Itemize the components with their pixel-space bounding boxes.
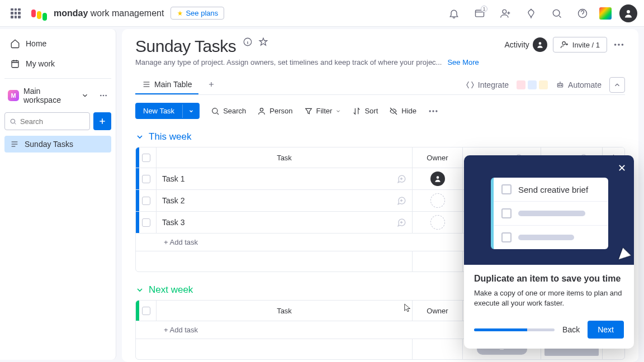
activity-button[interactable]: Activity: [505, 37, 547, 52]
topbar: monday work management See plans 1: [0, 0, 644, 27]
task-name[interactable]: Task 2: [162, 196, 184, 205]
sidebar-home[interactable]: Home: [4, 35, 111, 53]
chevron-down-icon: [81, 92, 89, 99]
toolbar-sort[interactable]: Sort: [352, 107, 378, 116]
sidebar-item-sunday-tasks[interactable]: Sunday Tasks: [4, 136, 111, 153]
board-icon: [10, 140, 19, 149]
task-name[interactable]: Task 1: [162, 174, 184, 183]
row-checkbox[interactable]: [142, 218, 150, 227]
monday-logo-icon: [31, 9, 47, 17]
board-more-icon[interactable]: [613, 39, 625, 51]
app-switcher-icon[interactable]: [7, 4, 25, 22]
apps-icon[interactable]: [522, 4, 540, 22]
svg-point-14: [618, 44, 620, 46]
toolbar-hide[interactable]: Hide: [389, 107, 416, 116]
collapse-header-button[interactable]: [609, 77, 625, 93]
owner-cell[interactable]: [412, 190, 462, 211]
board-description: Manage any type of project. Assign owner…: [135, 58, 442, 66]
invite-members-icon[interactable]: [496, 4, 514, 22]
inbox-badge: 1: [481, 6, 487, 12]
search-icon: [10, 117, 17, 126]
svg-point-2: [553, 9, 560, 16]
toolbar-more-icon[interactable]: [428, 106, 439, 117]
tab-add[interactable]: [201, 76, 222, 94]
sidebar: Home My work M Main workspace Sunday Tas…: [0, 29, 116, 360]
user-avatar[interactable]: [619, 4, 637, 22]
info-icon[interactable]: [243, 37, 253, 47]
toolbar-filter[interactable]: Filter: [304, 107, 342, 116]
notifications-icon[interactable]: [445, 4, 463, 22]
owner-cell[interactable]: [412, 212, 462, 233]
chat-icon[interactable]: [396, 174, 406, 184]
col-owner[interactable]: Owner: [412, 147, 462, 168]
svg-point-9: [11, 119, 15, 123]
svg-point-23: [435, 110, 437, 112]
svg-point-13: [614, 44, 617, 46]
new-task-dropdown[interactable]: [182, 104, 200, 118]
row-checkbox[interactable]: [142, 175, 150, 183]
svg-point-20: [261, 108, 263, 111]
chat-icon[interactable]: [396, 217, 406, 227]
toolbar-person[interactable]: Person: [257, 107, 292, 116]
svg-point-7: [103, 95, 105, 97]
see-plans-button[interactable]: See plans: [171, 7, 224, 20]
chat-icon[interactable]: [396, 196, 406, 206]
col-task[interactable]: Task: [156, 301, 412, 321]
popover-illustration: ✕ Send creative brief: [464, 155, 634, 265]
col-task[interactable]: Task: [156, 147, 412, 168]
group-header-this-week[interactable]: This week: [135, 131, 625, 142]
sidebar-home-label: Home: [26, 39, 46, 48]
svg-point-11: [539, 42, 542, 45]
robot-icon: [556, 80, 565, 89]
svg-point-18: [561, 85, 562, 86]
svg-point-17: [558, 85, 560, 86]
select-all-checkbox[interactable]: [142, 307, 150, 315]
new-task-button[interactable]: New Task: [135, 103, 200, 119]
integrate-button[interactable]: Integrate: [466, 80, 509, 89]
tab-main-table[interactable]: Main Table: [135, 75, 198, 94]
sidebar-item-label: Sunday Tasks: [25, 140, 73, 149]
sidebar-mywork[interactable]: My work: [4, 55, 111, 73]
toolbar-search[interactable]: Search: [211, 107, 246, 116]
product-switcher-icon[interactable]: [599, 7, 612, 20]
svg-point-6: [100, 95, 102, 97]
cursor-icon: [619, 248, 632, 263]
col-owner[interactable]: Owner: [412, 301, 462, 321]
help-icon[interactable]: [574, 4, 591, 22]
see-more-link[interactable]: See More: [447, 58, 479, 66]
table-icon: [142, 80, 151, 89]
svg-point-8: [105, 95, 107, 97]
svg-point-12: [562, 42, 565, 45]
board-title: Sunday Tasks: [135, 37, 236, 56]
owner-cell[interactable]: [412, 168, 462, 189]
sidebar-search-input[interactable]: [20, 117, 85, 126]
workspace-badge: M: [8, 90, 19, 101]
search-icon[interactable]: [548, 4, 566, 22]
popover-title: Duplicate an item to save you time: [474, 274, 624, 284]
popover-description: Make a copy of one or more items to plan…: [474, 288, 624, 308]
select-all-checkbox[interactable]: [142, 154, 150, 162]
sidebar-add-button[interactable]: [93, 112, 111, 130]
svg-rect-5: [12, 61, 18, 68]
popover-progress: [474, 328, 555, 331]
svg-point-22: [432, 110, 434, 112]
onboarding-popover: ✕ Send creative brief Duplicate an item …: [464, 155, 634, 349]
svg-point-26: [436, 176, 439, 179]
integration-badges: [517, 80, 548, 89]
automate-button[interactable]: Automate: [556, 80, 602, 89]
row-checkbox[interactable]: [142, 197, 150, 205]
sidebar-mywork-label: My work: [26, 59, 55, 68]
task-name[interactable]: Task 3: [162, 218, 184, 227]
svg-point-4: [627, 10, 630, 13]
popover-back-button[interactable]: Back: [562, 325, 580, 334]
workspace-selector[interactable]: M Main workspace: [4, 84, 111, 107]
favorite-icon[interactable]: [258, 37, 268, 47]
more-icon[interactable]: [99, 91, 108, 100]
inbox-icon[interactable]: 1: [471, 4, 489, 22]
sidebar-search[interactable]: [4, 112, 90, 130]
sidebar-divider: [4, 78, 111, 79]
invite-button[interactable]: Invite / 1: [553, 37, 607, 53]
popover-next-button[interactable]: Next: [588, 321, 624, 339]
mouse-cursor-icon: [402, 302, 413, 314]
popover-close-button[interactable]: ✕: [618, 162, 626, 174]
